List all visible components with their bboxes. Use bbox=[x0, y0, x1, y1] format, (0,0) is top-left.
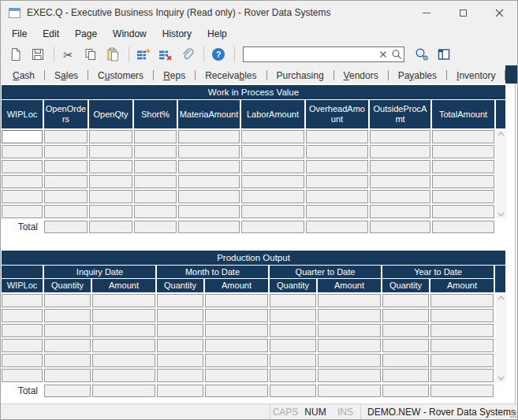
grid-cell[interactable] bbox=[157, 294, 203, 307]
grid-cell[interactable] bbox=[178, 175, 240, 188]
grid-cell[interactable] bbox=[2, 130, 43, 143]
scroll-up-icon[interactable] bbox=[498, 295, 505, 300]
tab-receivables[interactable]: Receivables bbox=[196, 67, 266, 84]
grid-cell[interactable] bbox=[370, 130, 430, 143]
grid-cell[interactable] bbox=[134, 175, 177, 188]
wip-scrollbar[interactable] bbox=[496, 130, 506, 218]
grid-cell[interactable] bbox=[318, 309, 381, 322]
tab-customers[interactable]: Customers bbox=[88, 67, 153, 84]
help-button[interactable]: ? bbox=[208, 45, 228, 64]
grid-cell[interactable] bbox=[134, 145, 177, 158]
grid-cell[interactable] bbox=[178, 160, 240, 173]
copy-button[interactable] bbox=[80, 45, 100, 64]
grid-cell[interactable] bbox=[92, 339, 155, 352]
maximize-button[interactable] bbox=[445, 1, 481, 24]
grid-cell[interactable] bbox=[44, 369, 91, 382]
grid-cell[interactable] bbox=[205, 294, 268, 307]
minimize-button[interactable] bbox=[408, 1, 445, 24]
menu-edit[interactable]: Edit bbox=[35, 24, 67, 43]
grid-cell[interactable] bbox=[44, 339, 91, 352]
tab-cash[interactable]: Cash bbox=[3, 67, 44, 84]
close-button[interactable] bbox=[481, 1, 517, 24]
tab-payables[interactable]: Payables bbox=[389, 67, 446, 84]
grid-cell[interactable] bbox=[44, 354, 91, 367]
delete-row-button[interactable] bbox=[155, 45, 175, 64]
menu-help[interactable]: Help bbox=[199, 24, 235, 43]
grid-cell[interactable] bbox=[2, 175, 43, 188]
grid-cell[interactable] bbox=[432, 130, 494, 143]
grid-cell[interactable] bbox=[205, 354, 268, 367]
grid-cell[interactable] bbox=[370, 145, 430, 158]
grid-cell[interactable] bbox=[89, 175, 132, 188]
layout-button[interactable] bbox=[434, 45, 453, 64]
grid-cell[interactable] bbox=[44, 309, 91, 322]
lookup-button[interactable] bbox=[412, 45, 431, 64]
grid-cell[interactable] bbox=[318, 294, 381, 307]
resize-grip-icon[interactable] bbox=[508, 404, 518, 420]
paste-button[interactable] bbox=[102, 45, 122, 64]
grid-cell[interactable] bbox=[92, 309, 155, 322]
grid-cell[interactable] bbox=[382, 294, 429, 307]
grid-cell[interactable] bbox=[157, 369, 203, 382]
grid-cell[interactable] bbox=[432, 190, 494, 203]
grid-cell[interactable] bbox=[241, 145, 304, 158]
grid-cell[interactable] bbox=[205, 309, 268, 322]
clear-search-icon[interactable] bbox=[379, 50, 387, 58]
menu-history[interactable]: History bbox=[155, 24, 199, 43]
grid-cell[interactable] bbox=[370, 160, 430, 173]
grid-cell[interactable] bbox=[2, 205, 43, 218]
grid-cell[interactable] bbox=[92, 324, 155, 337]
grid-cell[interactable] bbox=[382, 339, 429, 352]
grid-cell[interactable] bbox=[306, 190, 368, 203]
grid-cell[interactable] bbox=[2, 190, 43, 203]
grid-cell[interactable] bbox=[432, 145, 494, 158]
grid-cell[interactable] bbox=[270, 339, 316, 352]
save-button[interactable] bbox=[28, 45, 47, 64]
grid-cell[interactable] bbox=[2, 354, 43, 367]
grid-cell[interactable] bbox=[205, 324, 268, 337]
tab-purchasing[interactable]: Purchasing bbox=[267, 67, 334, 84]
grid-cell[interactable] bbox=[157, 309, 203, 322]
grid-cell[interactable] bbox=[157, 339, 203, 352]
grid-cell[interactable] bbox=[241, 130, 304, 143]
grid-cell[interactable] bbox=[89, 145, 132, 158]
grid-cell[interactable] bbox=[241, 190, 304, 203]
scroll-up-icon[interactable] bbox=[498, 132, 505, 136]
grid-cell[interactable] bbox=[2, 160, 43, 173]
grid-cell[interactable] bbox=[2, 309, 43, 322]
grid-cell[interactable] bbox=[318, 354, 381, 367]
grid-cell[interactable] bbox=[178, 145, 240, 158]
grid-cell[interactable] bbox=[241, 205, 304, 218]
cut-button[interactable]: ✂ bbox=[58, 45, 78, 64]
grid-cell[interactable] bbox=[205, 339, 268, 352]
grid-cell[interactable] bbox=[430, 369, 494, 382]
grid-cell[interactable] bbox=[44, 130, 88, 143]
grid-cell[interactable] bbox=[44, 294, 91, 307]
grid-cell[interactable] bbox=[89, 205, 132, 218]
grid-cell[interactable] bbox=[430, 294, 494, 307]
menu-window[interactable]: Window bbox=[105, 24, 155, 43]
grid-cell[interactable] bbox=[270, 354, 316, 367]
grid-cell[interactable] bbox=[44, 145, 88, 158]
attachment-button[interactable] bbox=[177, 45, 197, 64]
grid-cell[interactable] bbox=[241, 175, 304, 188]
grid-cell[interactable] bbox=[178, 205, 240, 218]
grid-cell[interactable] bbox=[89, 130, 132, 143]
grid-cell[interactable] bbox=[270, 324, 316, 337]
tab-reps[interactable]: Reps bbox=[154, 67, 195, 84]
new-document-button[interactable] bbox=[6, 45, 25, 64]
grid-cell[interactable] bbox=[370, 190, 430, 203]
grid-cell[interactable] bbox=[270, 309, 316, 322]
grid-cell[interactable] bbox=[2, 324, 43, 337]
grid-cell[interactable] bbox=[432, 175, 494, 188]
grid-cell[interactable] bbox=[178, 130, 240, 143]
grid-cell[interactable] bbox=[382, 354, 429, 367]
grid-cell[interactable] bbox=[205, 369, 268, 382]
scroll-down-icon[interactable] bbox=[498, 212, 505, 217]
grid-cell[interactable] bbox=[89, 160, 132, 173]
grid-cell[interactable] bbox=[44, 175, 88, 188]
grid-cell[interactable] bbox=[178, 190, 240, 203]
grid-cell[interactable] bbox=[430, 309, 494, 322]
grid-cell[interactable] bbox=[370, 205, 430, 218]
grid-cell[interactable] bbox=[2, 145, 43, 158]
